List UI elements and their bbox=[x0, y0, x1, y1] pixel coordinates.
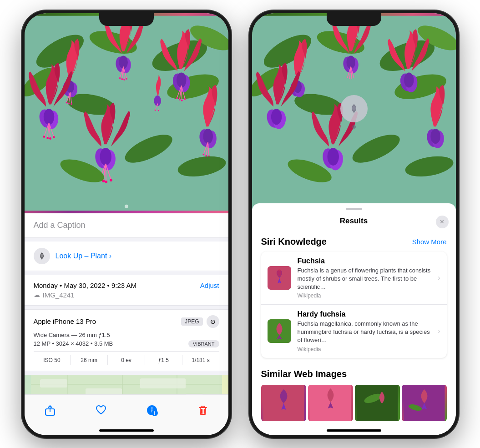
svg-point-36 bbox=[178, 98, 180, 100]
knowledge-item-fuchsia[interactable]: Fuchsia Fuchsia is a genus of flowering … bbox=[261, 252, 447, 305]
svg-point-121 bbox=[430, 129, 440, 144]
siri-knowledge-section: Siri Knowledge Show More bbox=[252, 231, 456, 362]
svg-point-78 bbox=[125, 204, 128, 208]
fuchsia-name: Fuchsia bbox=[298, 257, 432, 265]
drag-handle bbox=[346, 208, 362, 210]
camera-spec1: Wide Camera — 26 mm ƒ1.5 bbox=[34, 332, 219, 338]
settings-circle[interactable]: ⊙ bbox=[207, 315, 219, 328]
svg-point-46 bbox=[43, 136, 45, 138]
svg-point-115 bbox=[404, 72, 414, 87]
fuchsia-description: Fuchsia is a genus of flowering plants t… bbox=[298, 267, 432, 292]
svg-point-118 bbox=[271, 109, 281, 125]
filename: IMG_4241 bbox=[43, 291, 75, 299]
caption-placeholder: Add a Caption bbox=[34, 221, 86, 230]
fuchsia-chevron: › bbox=[438, 274, 440, 282]
svg-point-69 bbox=[109, 179, 112, 181]
svg-point-25 bbox=[66, 101, 67, 103]
svg-rect-86 bbox=[40, 379, 67, 388]
knowledge-item-hardy[interactable]: Hardy fuchsia Fuchsia magellanica, commo… bbox=[261, 305, 447, 358]
exif-shutter: 1/181 s bbox=[182, 355, 219, 365]
svg-point-61 bbox=[100, 147, 111, 165]
vibrant-badge: VIBRANT bbox=[188, 340, 219, 347]
siri-knowledge-title: Siri Knowledge bbox=[261, 237, 327, 247]
lookup-text: Look Up – Plant › bbox=[56, 252, 112, 260]
photo-area-right bbox=[252, 13, 456, 213]
svg-point-129 bbox=[352, 106, 356, 111]
notch-right bbox=[327, 13, 381, 26]
svg-point-124 bbox=[327, 147, 339, 165]
show-more-button[interactable]: Show More bbox=[412, 238, 447, 246]
caption-area[interactable]: Add a Caption bbox=[25, 213, 228, 238]
svg-rect-87 bbox=[86, 388, 122, 394]
home-indicator bbox=[99, 429, 154, 432]
hardy-source: Wikipedia bbox=[298, 346, 432, 352]
notch bbox=[99, 13, 154, 26]
svg-point-16 bbox=[121, 78, 123, 80]
info-button[interactable]: i bbox=[142, 400, 162, 420]
delete-button[interactable] bbox=[193, 400, 213, 420]
svg-point-76 bbox=[154, 109, 156, 111]
svg-point-57 bbox=[205, 155, 207, 156]
results-panel: Results ✕ Siri Knowledge Show More bbox=[252, 203, 456, 435]
photo-date: Monday • May 30, 2022 • 9:23 AM bbox=[34, 282, 136, 289]
similar-image-1[interactable] bbox=[261, 385, 306, 421]
similar-images-section: Similar Web Images bbox=[252, 362, 456, 425]
svg-rect-135 bbox=[357, 385, 398, 421]
svg-point-47 bbox=[46, 137, 49, 139]
similar-image-4[interactable] bbox=[402, 385, 447, 421]
lookup-row[interactable]: Look Up – Plant › bbox=[25, 242, 228, 271]
svg-rect-84 bbox=[122, 375, 123, 394]
hardy-name: Hardy fuchsia bbox=[298, 310, 432, 318]
map-area[interactable] bbox=[25, 375, 228, 394]
filename-row: ☁ IMG_4241 bbox=[34, 291, 219, 299]
svg-point-30 bbox=[177, 72, 186, 87]
similar-image-2[interactable] bbox=[308, 385, 353, 421]
similar-images-title: Similar Web Images bbox=[261, 369, 447, 379]
share-button[interactable] bbox=[40, 400, 60, 420]
like-button[interactable] bbox=[91, 400, 111, 420]
left-phone: Add a Caption Look Up – Plant › bbox=[22, 10, 231, 438]
similar-images-grid bbox=[261, 385, 447, 421]
svg-point-68 bbox=[105, 181, 107, 183]
fuchsia-source: Wikipedia bbox=[298, 292, 432, 299]
similar-image-3[interactable] bbox=[355, 385, 400, 421]
close-button[interactable]: ✕ bbox=[436, 216, 449, 228]
svg-rect-88 bbox=[140, 378, 186, 388]
photo-area bbox=[25, 13, 228, 213]
svg-point-91 bbox=[151, 408, 152, 409]
knowledge-card: Fuchsia Fuchsia is a genus of flowering … bbox=[261, 252, 447, 358]
svg-point-26 bbox=[68, 102, 70, 104]
svg-point-52 bbox=[203, 129, 212, 144]
cloud-icon: ☁ bbox=[34, 291, 40, 298]
hardy-info: Hardy fuchsia Fuchsia magellanica, commo… bbox=[298, 310, 432, 352]
svg-rect-83 bbox=[67, 375, 68, 394]
adjust-button[interactable]: Adjust bbox=[200, 282, 219, 289]
svg-point-41 bbox=[43, 109, 54, 125]
camera-spec2: 12 MP • 3024 × 4032 • 3.5 MB VIBRANT bbox=[34, 340, 219, 347]
svg-point-48 bbox=[49, 137, 51, 140]
format-badge: JPEG bbox=[181, 317, 202, 326]
exif-aperture: ƒ1.5 bbox=[145, 355, 182, 365]
home-indicator-right bbox=[327, 429, 381, 432]
svg-point-35 bbox=[176, 97, 178, 99]
svg-point-38 bbox=[184, 98, 186, 100]
svg-point-15 bbox=[119, 77, 121, 79]
svg-point-49 bbox=[52, 136, 55, 138]
svg-point-56 bbox=[202, 153, 204, 155]
exif-row: ISO 50 26 mm 0 ev ƒ1.5 1/181 s bbox=[34, 351, 219, 365]
svg-line-64 bbox=[106, 164, 106, 181]
device-info: Apple iPhone 13 Pro JPEG ⊙ Wide Camera —… bbox=[25, 309, 228, 371]
device-name: Apple iPhone 13 Pro bbox=[34, 317, 96, 325]
metadata-row: Monday • May 30, 2022 • 9:23 AM Adjust ☁… bbox=[25, 275, 228, 306]
exif-focal: 26 mm bbox=[71, 355, 108, 365]
right-phone: Results ✕ Siri Knowledge Show More bbox=[249, 10, 459, 438]
results-title: Results bbox=[340, 216, 368, 226]
svg-text:i: i bbox=[154, 411, 155, 416]
results-header: Results ✕ bbox=[252, 213, 456, 231]
svg-point-27 bbox=[71, 103, 72, 105]
svg-point-131 bbox=[277, 269, 282, 277]
hardy-thumbnail bbox=[268, 319, 291, 343]
svg-point-18 bbox=[126, 78, 127, 80]
hardy-chevron: › bbox=[438, 327, 440, 335]
svg-point-77 bbox=[157, 110, 159, 111]
